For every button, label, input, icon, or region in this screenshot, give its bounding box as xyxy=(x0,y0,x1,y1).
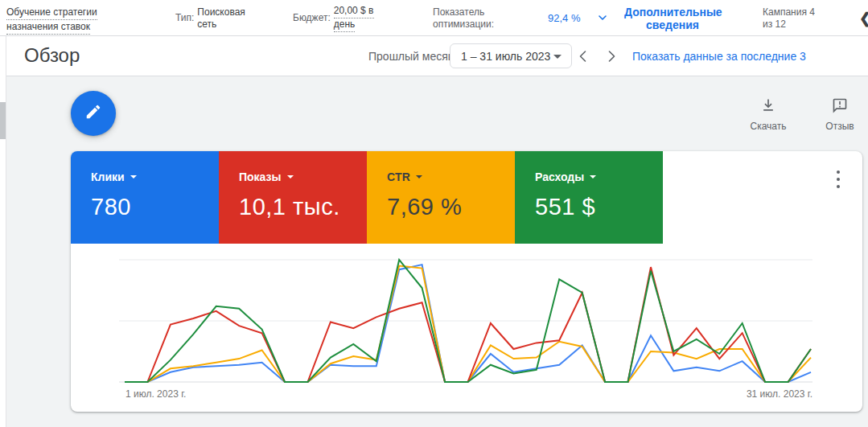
type-value: Поисковая сеть xyxy=(197,6,257,31)
optimization-score-label: Показатель оптимизации: xyxy=(433,6,525,31)
scorecard-ctr-label: CTR xyxy=(387,170,410,183)
chevron-down-icon[interactable] xyxy=(596,11,609,27)
chart-line-Клики xyxy=(125,265,811,382)
bid-strategy-line2: назначения ставок xyxy=(6,21,90,35)
google-ads-overview-screen: { "top_bar": { "strategy_line1": "Обучен… xyxy=(0,0,868,427)
scorecard-impressions-label: Показы xyxy=(239,170,282,183)
scorecard-cost[interactable]: Расходы 551 $ xyxy=(515,151,663,244)
pencil-icon xyxy=(84,103,102,124)
scorecard-clicks-value: 780 xyxy=(91,194,219,220)
left-scrollbar-rail xyxy=(0,36,6,427)
scorecard-impressions-value: 10,1 тыс. xyxy=(239,194,367,220)
scrollbar-thumb[interactable] xyxy=(0,102,6,139)
overview-card: Клики 780 Показы 10,1 тыс. CTR 7,69 % Ра… xyxy=(71,151,862,412)
show-last-days-link[interactable]: Показать данные за последние 3 xyxy=(632,50,806,63)
scorecard-impressions[interactable]: Показы 10,1 тыс. xyxy=(219,151,367,244)
feedback-icon xyxy=(832,102,848,116)
next-period-button[interactable] xyxy=(602,47,621,66)
type-label: Тип: xyxy=(175,12,194,24)
optimization-score: Показатель оптимизации: xyxy=(433,6,525,31)
dropdown-triangle-icon[interactable] xyxy=(287,175,294,179)
campaign-position-line1: Кампания 4 xyxy=(763,6,815,18)
additional-details-link[interactable]: Дополнительные сведения xyxy=(624,6,721,31)
campaign-position: Кампания 4 из 12 xyxy=(763,6,824,31)
dropdown-triangle-icon[interactable] xyxy=(590,175,596,179)
overview-header-bar: Обзор Прошлый месяц 1 – 31 июль 2023 Пок… xyxy=(6,36,868,76)
feedback-label: Отзыв xyxy=(814,121,866,132)
campaign-top-bar: Обучение стратегии назначения ставок Тип… xyxy=(0,0,868,36)
x-axis-end-label: 31 июл. 2023 г. xyxy=(747,388,812,400)
scorecard-ctr[interactable]: CTR 7,69 % xyxy=(367,151,515,244)
dropdown-triangle-icon[interactable] xyxy=(416,175,422,179)
download-label: Скачать xyxy=(743,121,794,132)
date-range-selector[interactable]: 1 – 31 июль 2023 xyxy=(450,43,572,68)
chart-line-CTR xyxy=(125,266,811,382)
feedback-button[interactable]: Отзыв xyxy=(814,97,866,132)
edit-fab-button[interactable] xyxy=(71,91,116,136)
budget-value: 20,00 $ в день xyxy=(334,5,374,32)
more-options-kebab-menu[interactable] xyxy=(832,170,845,188)
previous-campaign-chevron-icon[interactable]: ❮ xyxy=(859,10,868,27)
bid-strategy-link[interactable]: Обучение стратегии назначения ставок xyxy=(6,6,109,35)
performance-line-chart[interactable] xyxy=(119,254,812,399)
scorecards-row: Клики 780 Показы 10,1 тыс. CTR 7,69 % Ра… xyxy=(71,151,663,244)
bid-strategy-line1: Обучение стратегии xyxy=(6,6,97,20)
scorecard-clicks-label: Клики xyxy=(91,170,125,183)
download-button[interactable]: Скачать xyxy=(743,97,794,132)
dropdown-triangle-icon xyxy=(553,55,562,59)
budget-value-line2: день xyxy=(334,18,356,32)
page-title: Обзор xyxy=(24,44,80,67)
scorecard-clicks[interactable]: Клики 780 xyxy=(71,151,219,244)
date-range-value: 1 – 31 июль 2023 xyxy=(461,50,550,63)
campaign-position-line2: из 12 xyxy=(763,18,786,30)
x-axis-start-label: 1 июл. 2023 г. xyxy=(125,388,186,400)
download-icon xyxy=(760,102,776,116)
budget-value-line1: 20,00 $ в xyxy=(334,5,374,18)
date-range-label: Прошлый месяц xyxy=(368,50,455,63)
previous-period-button[interactable] xyxy=(574,47,593,66)
optimization-score-value[interactable]: 92,4 % xyxy=(548,12,580,24)
campaign-budget[interactable]: Бюджет: 20,00 $ в день xyxy=(293,6,374,31)
scorecard-cost-value: 551 $ xyxy=(535,194,663,220)
campaign-type: Тип: Поисковая сеть xyxy=(175,6,257,31)
dropdown-triangle-icon[interactable] xyxy=(130,175,137,179)
scorecard-cost-label: Расходы xyxy=(535,170,584,183)
scorecard-ctr-value: 7,69 % xyxy=(387,194,515,220)
budget-label: Бюджет: xyxy=(293,12,331,24)
